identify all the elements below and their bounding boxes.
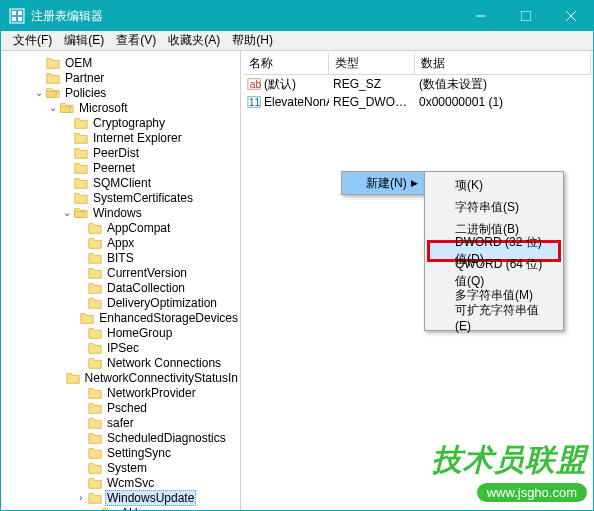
ctx-sub-item[interactable]: 字符串值(S) [427, 196, 561, 218]
collapse-icon[interactable]: ⌄ [33, 87, 45, 98]
tree-item[interactable]: ·PeerDist [5, 145, 240, 160]
tree-item[interactable]: ⌄Microsoft [5, 100, 240, 115]
tree-item[interactable]: ·NetworkConnectivityStatusIn [5, 370, 240, 385]
chevron-right-icon: ▶ [411, 178, 418, 188]
ctx-sub-label: 字符串值(S) [455, 199, 519, 216]
col-type[interactable]: 类型 [329, 53, 415, 74]
tree-item[interactable]: ·DataCollection [5, 280, 240, 295]
tree-item-label: HomeGroup [105, 326, 174, 340]
folder-icon [88, 251, 102, 265]
close-button[interactable] [548, 1, 593, 31]
collapse-icon[interactable]: ⌄ [61, 207, 73, 218]
folder-icon [74, 161, 88, 175]
col-name[interactable]: 名称 [243, 53, 329, 74]
list-row[interactable]: ab(默认)REG_SZ(数值未设置) [243, 75, 591, 93]
tree-item[interactable]: ·Appx [5, 235, 240, 250]
tree-item-label: System [105, 461, 149, 475]
tree-item-label: NetworkConnectivityStatusIn [83, 371, 240, 385]
folder-icon [74, 131, 88, 145]
titlebar[interactable]: 注册表编辑器 [1, 1, 593, 31]
tree-item[interactable]: ·AppCompat [5, 220, 240, 235]
folder-icon [88, 476, 102, 490]
folder-icon [46, 86, 60, 100]
tree-item[interactable]: ·Psched [5, 400, 240, 415]
folder-icon [88, 266, 102, 280]
tree-item[interactable]: ·Cryptography [5, 115, 240, 130]
tree-item[interactable]: ·SQMClient [5, 175, 240, 190]
tree-item-label: WindowsUpdate [105, 490, 196, 506]
tree-item-label: Network Connections [105, 356, 223, 370]
tree-item[interactable]: ·safer [5, 415, 240, 430]
tree-item[interactable]: ·CurrentVersion [5, 265, 240, 280]
context-submenu: 项(K)字符串值(S)二进制值(B)DWORD (32 位)值(D)QWORD … [424, 171, 564, 331]
ctx-sub-label: 项(K) [455, 177, 483, 194]
tree-item-label: Microsoft [77, 101, 130, 115]
menu-view[interactable]: 查看(V) [110, 32, 162, 49]
list-pane[interactable]: 名称 类型 数据 ab(默认)REG_SZ(数值未设置)110ElevateNo… [241, 51, 593, 510]
tree-item[interactable]: ·Internet Explorer [5, 130, 240, 145]
tree-item[interactable]: ·SystemCertificates [5, 190, 240, 205]
value-name: (默认) [264, 76, 296, 93]
folder-icon [88, 401, 102, 415]
ctx-new-label: 新建(N) [366, 175, 407, 192]
tree-item[interactable]: ·DeliveryOptimization [5, 295, 240, 310]
folder-icon [88, 431, 102, 445]
folder-icon [88, 386, 102, 400]
tree-item[interactable]: ·EnhancedStorageDevices [5, 310, 240, 325]
tree-item-label: SystemCertificates [91, 191, 195, 205]
folder-icon [88, 296, 102, 310]
list-header: 名称 类型 数据 [243, 53, 591, 75]
ctx-sub-label: 可扩充字符串值(E) [455, 302, 545, 333]
folder-icon [88, 491, 102, 505]
col-data[interactable]: 数据 [415, 53, 591, 74]
folder-icon [74, 191, 88, 205]
tree-item[interactable]: ·BITS [5, 250, 240, 265]
menu-file[interactable]: 文件(F) [7, 32, 58, 49]
menu-edit[interactable]: 编辑(E) [58, 32, 110, 49]
tree-item[interactable]: ·IPSec [5, 340, 240, 355]
tree-item[interactable]: ·SettingSync [5, 445, 240, 460]
tree-pane[interactable]: ·OEM·Partner⌄Policies⌄Microsoft·Cryptogr… [1, 51, 241, 510]
tree-item[interactable]: ·Network Connections [5, 355, 240, 370]
tree-item-label: Policies [63, 86, 108, 100]
tree-item-label: safer [105, 416, 136, 430]
tree-item[interactable]: ·OEM [5, 55, 240, 70]
content-area: ·OEM·Partner⌄Policies⌄Microsoft·Cryptogr… [1, 51, 593, 510]
ctx-new[interactable]: 新建(N) ▶ [342, 172, 424, 194]
tree-item[interactable]: ·WcmSvc [5, 475, 240, 490]
folder-icon [74, 176, 88, 190]
tree-item-label: ScheduledDiagnostics [105, 431, 228, 445]
tree-item-label: Appx [105, 236, 136, 250]
menu-help[interactable]: 帮助(H) [226, 32, 279, 49]
expand-icon[interactable]: › [75, 492, 87, 503]
folder-icon [66, 371, 80, 385]
menu-favorites[interactable]: 收藏夹(A) [162, 32, 226, 49]
ctx-sub-item[interactable]: 项(K) [427, 174, 561, 196]
list-row[interactable]: 110ElevateNonAd...REG_DWORD0x00000001 (1… [243, 93, 591, 111]
tree-item[interactable]: ·ScheduledDiagnostics [5, 430, 240, 445]
tree-item[interactable]: ·System [5, 460, 240, 475]
ctx-sub-item[interactable]: QWORD (64 位)值(Q) [427, 262, 561, 284]
tree-item-label: Internet Explorer [91, 131, 184, 145]
tree-item-label: EnhancedStorageDevices [97, 311, 240, 325]
app-icon [9, 8, 25, 24]
tree-item-label: NetworkProvider [105, 386, 198, 400]
tree-item[interactable]: ·AU [5, 505, 240, 510]
tree-item[interactable]: ·Peernet [5, 160, 240, 175]
tree-item[interactable]: ›WindowsUpdate [5, 490, 240, 505]
tree-item[interactable]: ⌄Policies [5, 85, 240, 100]
tree-item[interactable]: ·HomeGroup [5, 325, 240, 340]
tree-item[interactable]: ⌄Windows [5, 205, 240, 220]
folder-icon [88, 326, 102, 340]
tree-item-label: WcmSvc [105, 476, 156, 490]
tree-item[interactable]: ·Partner [5, 70, 240, 85]
maximize-button[interactable] [503, 1, 548, 31]
svg-text:ab: ab [250, 78, 261, 90]
collapse-icon[interactable]: ⌄ [47, 102, 59, 113]
folder-icon [88, 356, 102, 370]
tree-item-label: Windows [91, 206, 144, 220]
minimize-button[interactable] [458, 1, 503, 31]
ctx-sub-item[interactable]: 可扩充字符串值(E) [427, 306, 561, 328]
tree-item[interactable]: ·NetworkProvider [5, 385, 240, 400]
value-type: REG_DWORD [329, 95, 415, 109]
